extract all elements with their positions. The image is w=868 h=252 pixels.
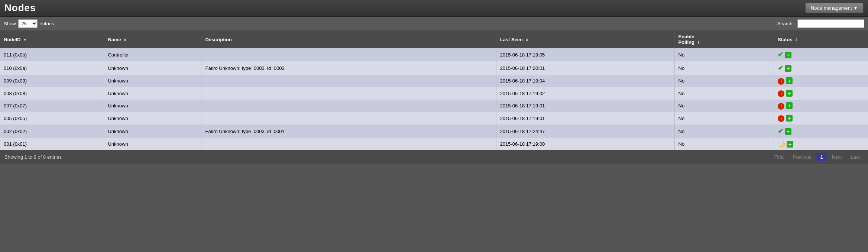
next-page-btn[interactable]: Next: [828, 153, 846, 161]
add-node-button[interactable]: +: [785, 65, 791, 72]
search-input[interactable]: [797, 19, 864, 28]
cell-nodeid: 011 (0x0b): [0, 48, 104, 61]
cell-nodeid: 007 (0x07): [0, 100, 104, 112]
name-sort-icon: ⇕: [123, 38, 126, 42]
col-nodeid[interactable]: NodeID ▼: [0, 31, 104, 48]
cell-name: Unknown: [104, 87, 201, 100]
node-management-button[interactable]: Node management ▼: [805, 3, 864, 13]
table-row: 008 (0x08)Unknown2015-06-18 17:19:02No!+: [0, 87, 868, 100]
cell-name: Unknown: [104, 61, 201, 75]
cell-name: Unknown: [104, 112, 201, 125]
show-label: Show: [4, 21, 16, 26]
add-node-button[interactable]: +: [786, 115, 793, 122]
cell-nodeid: 001 (0x01): [0, 138, 104, 150]
cell-name: Unknown: [104, 125, 201, 138]
cell-name: Controller: [104, 48, 201, 61]
table-header: NodeID ▼ Name ⇕ Description Last Seen ⇕ …: [0, 31, 868, 48]
cell-lastseen: 2015-06-18 17:19:02: [496, 87, 674, 100]
entries-select[interactable]: 10 25 50 100: [18, 19, 38, 28]
cell-name: Unknown: [104, 138, 201, 150]
cell-status: 🌙+: [774, 138, 868, 150]
cell-status: ✔+: [774, 125, 868, 138]
cell-status: ✔+: [774, 61, 868, 75]
search-bar-container: Search :: [777, 19, 864, 28]
cell-status: !+: [774, 100, 868, 112]
nodes-table-container: NodeID ▼ Name ⇕ Description Last Seen ⇕ …: [0, 31, 868, 150]
cell-lastseen: 2015-06-18 17:24:47: [496, 125, 674, 138]
page-title: Nodes: [4, 2, 36, 14]
controls-bar: Show 10 25 50 100 entries Search :: [0, 17, 868, 31]
table-row: 009 (0x09)Unknown2015-06-18 17:19:04No!+: [0, 75, 868, 87]
cell-enablepolling: No: [674, 61, 774, 75]
cell-lastseen: 2015-06-18 17:20:01: [496, 61, 674, 75]
add-node-button[interactable]: +: [786, 90, 793, 97]
check-icon: ✔: [778, 64, 783, 72]
add-node-button[interactable]: +: [785, 52, 791, 58]
table-row: 007 (0x07)Unknown2015-06-18 17:19:01No!+: [0, 100, 868, 112]
pagination: First Previous 1 Next Last: [771, 153, 864, 161]
cell-description: [201, 87, 496, 100]
cell-lastseen: 2015-06-18 17:19:05: [496, 48, 674, 61]
page-header: Nodes Node management ▼: [0, 0, 868, 17]
table-row: 002 (0x02)UnknownFakro Unknown: type=000…: [0, 125, 868, 138]
add-node-button[interactable]: +: [786, 102, 793, 109]
polling-sort-icon: ⇕: [697, 41, 700, 45]
cell-enablepolling: No: [674, 125, 774, 138]
col-status[interactable]: Status ⇕: [774, 31, 868, 48]
cell-description: [201, 75, 496, 87]
lastseen-sort-icon: ⇕: [525, 38, 528, 42]
table-row: 001 (0x01)Unknown2015-06-18 17:19:00No🌙+: [0, 138, 868, 150]
check-icon: ✔: [778, 51, 783, 58]
add-node-button[interactable]: +: [785, 128, 791, 135]
cell-enablepolling: No: [674, 75, 774, 87]
status-sort-icon: ⇕: [795, 38, 798, 42]
previous-page-btn[interactable]: Previous: [789, 153, 815, 161]
alert-icon: !: [778, 115, 784, 122]
cell-description: [201, 112, 496, 125]
table-row: 011 (0x0b)Controller2015-06-18 17:19:05N…: [0, 48, 868, 61]
alert-icon: !: [778, 90, 784, 97]
cell-nodeid: 010 (0x0a): [0, 61, 104, 75]
nodeid-sort-icon: ▼: [23, 38, 27, 42]
show-entries-container: Show 10 25 50 100 entries: [4, 19, 54, 28]
cell-nodeid: 009 (0x09): [0, 75, 104, 87]
cell-enablepolling: No: [674, 138, 774, 150]
entries-label: entries: [40, 21, 54, 26]
cell-lastseen: 2015-06-18 17:19:04: [496, 75, 674, 87]
table-row: 010 (0x0a)UnknownFakro Unknown: type=000…: [0, 61, 868, 75]
nodes-table: NodeID ▼ Name ⇕ Description Last Seen ⇕ …: [0, 31, 868, 150]
col-description: Description: [201, 31, 496, 48]
cell-nodeid: 008 (0x08): [0, 87, 104, 100]
first-page-btn[interactable]: First: [771, 153, 787, 161]
cell-enablepolling: No: [674, 48, 774, 61]
cell-description: Fakro Unknown: type=0003, id=0001: [201, 125, 496, 138]
cell-name: Unknown: [104, 75, 201, 87]
moon-icon: 🌙: [778, 141, 785, 147]
col-name[interactable]: Name ⇕: [104, 31, 201, 48]
table-row: 005 (0x05)Unknown2015-06-18 17:19:01No!+: [0, 112, 868, 125]
cell-lastseen: 2015-06-18 17:19:00: [496, 138, 674, 150]
cell-enablepolling: No: [674, 112, 774, 125]
cell-description: Fakro Unknown: type=0002, id=0002: [201, 61, 496, 75]
cell-status: !+: [774, 87, 868, 100]
cell-status: ✔+: [774, 48, 868, 61]
add-node-button[interactable]: +: [787, 141, 793, 148]
alert-icon: !: [778, 78, 784, 85]
col-enablepolling[interactable]: EnablePolling ⇕: [674, 31, 774, 48]
cell-lastseen: 2015-06-18 17:19:01: [496, 112, 674, 125]
last-page-btn[interactable]: Last: [847, 153, 864, 161]
col-lastseen[interactable]: Last Seen ⇕: [496, 31, 674, 48]
add-node-button[interactable]: +: [786, 77, 793, 84]
cell-status: !+: [774, 112, 868, 125]
table-footer: Showing 1 to 8 of 8 entries First Previo…: [0, 150, 868, 164]
showing-text: Showing 1 to 8 of 8 entries: [4, 154, 62, 160]
cell-name: Unknown: [104, 100, 201, 112]
cell-nodeid: 005 (0x05): [0, 112, 104, 125]
cell-nodeid: 002 (0x02): [0, 125, 104, 138]
cell-description: [201, 100, 496, 112]
cell-description: [201, 138, 496, 150]
cell-status: !+: [774, 75, 868, 87]
cell-enablepolling: No: [674, 100, 774, 112]
page-number[interactable]: 1: [816, 153, 826, 161]
search-label: Search :: [777, 21, 795, 26]
